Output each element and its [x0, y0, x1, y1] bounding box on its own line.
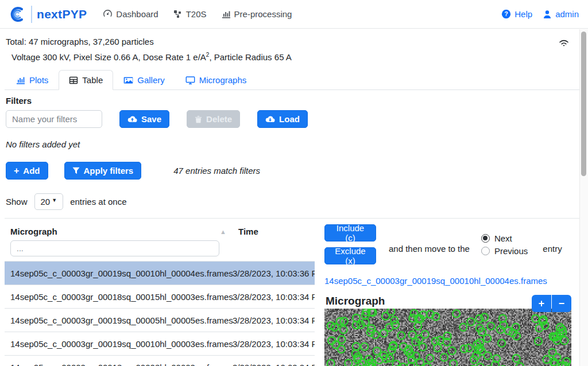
- dashboard-icon: [103, 9, 113, 19]
- top-navbar: nextPYP Dashboard: [0, 0, 588, 29]
- summary-text: Total: 47 micrographs, 37,260 particles …: [6, 37, 292, 62]
- column-label: Time: [238, 227, 258, 236]
- tab-label: Micrographs: [199, 75, 247, 85]
- load-filters-button[interactable]: Load: [257, 110, 308, 128]
- micrograph-viewer-header: Micrograph + −: [324, 295, 571, 307]
- page-size-select[interactable]: 20 ▼: [34, 193, 64, 210]
- micrograph-name-cell: 14sep05c_c_00003gr_00019sq_00005hl_00005…: [5, 316, 223, 325]
- time-cell: 3/28/2023, 10:03:34 PM: [223, 363, 315, 366]
- nav-item-label: Dashboard: [116, 9, 158, 19]
- funnel-icon: [72, 167, 80, 174]
- filter-name-input[interactable]: [6, 110, 102, 128]
- table-row[interactable]: 14sep05c_c_00003gr_00019sq_00010hl_00004…: [5, 261, 315, 285]
- show-prefix-label: Show: [6, 197, 28, 207]
- acquisition-params-text: Voltage 300 kV, Pixel Size 0.66 A, Dose …: [11, 52, 292, 62]
- micrograph-name-cell: 14sep05c_c_00003gr_00019sq_00010hl_00003…: [5, 339, 223, 349]
- tab-label: Plots: [29, 75, 48, 85]
- column-header-time[interactable]: Time: [238, 227, 258, 236]
- micrograph-name-cell: 14sep05c_c_00003gr_00018sq_00008hl_00003…: [5, 363, 223, 366]
- include-button[interactable]: Include (c): [324, 224, 376, 242]
- tab-label: Gallery: [137, 75, 165, 85]
- column-header-micrograph[interactable]: Micrograph ▲: [10, 227, 229, 236]
- decision-buttons: Include (c) Exclude (x): [324, 224, 376, 264]
- selected-micrograph-link[interactable]: 14sep05c_c_00003gr_00019sq_00010hl_00004…: [324, 276, 583, 286]
- plots-icon: [16, 76, 25, 85]
- zoom-in-button[interactable]: +: [532, 295, 551, 312]
- svg-text:?: ?: [505, 10, 508, 17]
- tab-table[interactable]: Table: [59, 70, 113, 90]
- micrograph-image[interactable]: [324, 309, 571, 366]
- time-cell: 3/28/2023, 10:03:34 PM: [223, 292, 315, 302]
- cloud-download-icon: [265, 115, 275, 123]
- brand-divider: [31, 6, 32, 23]
- streaming-status-icon[interactable]: [558, 38, 570, 47]
- radio-label: Previous: [494, 246, 528, 256]
- total-count-text: Total: 47 micrographs, 37,260 particles: [6, 37, 292, 46]
- nav-item-admin[interactable]: admin: [543, 9, 579, 19]
- time-cell: 3/28/2023, 10:03:34 PM: [223, 316, 315, 325]
- params-prefix: Voltage 300 kV, Pixel Size 0.66 A, Dose …: [11, 52, 206, 62]
- nav-item-label: T20S: [186, 9, 207, 19]
- show-suffix-label: entries at once: [70, 197, 126, 207]
- save-filters-button[interactable]: Save: [119, 110, 169, 128]
- include-exclude-controls: Include (c) Exclude (x) and then move to…: [324, 224, 583, 264]
- project-icon: [173, 10, 183, 19]
- radio-icon: [481, 247, 490, 255]
- radio-label: Next: [494, 233, 512, 243]
- micrograph-viewer-title: Micrograph: [324, 295, 385, 307]
- nav-item-dashboard[interactable]: Dashboard: [103, 9, 158, 19]
- page-size-value: 20: [41, 197, 51, 207]
- time-cell: 3/28/2023, 10:03:36 PM: [223, 268, 315, 278]
- entry-label: entry: [543, 236, 562, 254]
- nav-right: ? Help admin: [501, 9, 579, 19]
- gallery-icon: [123, 76, 133, 85]
- exclude-button[interactable]: Exclude (x): [324, 247, 376, 264]
- add-filter-button[interactable]: + Add: [6, 162, 48, 180]
- brand[interactable]: nextPYP: [9, 6, 87, 23]
- sort-ascending-icon: ▲: [220, 228, 226, 235]
- nav-links: Dashboard T20S: [103, 9, 501, 19]
- no-filters-message: No filters added yet: [6, 139, 583, 149]
- nav-item-project[interactable]: T20S: [173, 9, 207, 19]
- results-section: Micrograph ▲ Time 14sep05c_c_00003gr_000…: [5, 218, 583, 366]
- button-label: Delete: [206, 114, 232, 124]
- filter-actions: + Add Apply filters 47 entries match fil…: [6, 162, 583, 180]
- scrollbar-thumb[interactable]: [581, 32, 586, 176]
- page-scrollbar[interactable]: [579, 29, 588, 366]
- brand-title: nextPYP: [37, 7, 87, 21]
- table-row[interactable]: 14sep05c_c_00003gr_00018sq_00008hl_00003…: [5, 355, 315, 366]
- tab-micrographs[interactable]: Micrographs: [175, 70, 257, 90]
- main-content: Total: 47 micrographs, 37,260 particles …: [0, 29, 588, 366]
- table-row[interactable]: 14sep05c_c_00003gr_00019sq_00010hl_00003…: [5, 332, 315, 355]
- table-row[interactable]: 14sep05c_c_00003gr_00019sq_00005hl_00005…: [5, 308, 315, 332]
- tab-plots[interactable]: Plots: [6, 70, 59, 90]
- zoom-out-button[interactable]: −: [552, 295, 571, 312]
- delete-filters-button[interactable]: Delete: [187, 110, 240, 128]
- params-suffix: , Particle Radius 65 A: [209, 52, 291, 62]
- nav-item-preprocessing[interactable]: Pre-processing: [222, 9, 292, 19]
- page-size-control: Show 20 ▼ entries at once: [6, 193, 583, 210]
- summary-block: Total: 47 micrographs, 37,260 particles …: [5, 33, 583, 62]
- column-filter: [10, 240, 315, 256]
- button-label: Load: [279, 114, 300, 124]
- micrograph-name-cell: 14sep05c_c_00003gr_00018sq_00015hl_00003…: [5, 292, 223, 302]
- radio-option-previous[interactable]: Previous: [481, 246, 528, 256]
- nav-item-label: admin: [555, 9, 579, 19]
- micrograph-detail-panel: Include (c) Exclude (x) and then move to…: [315, 219, 583, 366]
- nav-item-label: Pre-processing: [234, 9, 292, 19]
- button-label: Save: [141, 114, 161, 124]
- tab-label: Table: [82, 75, 103, 85]
- table-row[interactable]: 14sep05c_c_00003gr_00018sq_00015hl_00003…: [5, 285, 315, 308]
- nav-item-label: Help: [514, 9, 532, 19]
- radio-option-next[interactable]: Next: [481, 233, 528, 243]
- tab-gallery[interactable]: Gallery: [113, 70, 175, 90]
- apply-filters-button[interactable]: Apply filters: [64, 162, 142, 180]
- nextpyp-logo-icon: [9, 6, 26, 23]
- monitor-icon: [185, 76, 195, 85]
- nav-item-help[interactable]: ? Help: [501, 9, 532, 19]
- radio-icon: [481, 234, 490, 243]
- filters-controls: Save Delete Load: [6, 110, 583, 128]
- caret-down-icon: ▼: [52, 197, 57, 203]
- help-icon: ?: [501, 9, 511, 19]
- micrograph-filter-input[interactable]: [10, 240, 219, 256]
